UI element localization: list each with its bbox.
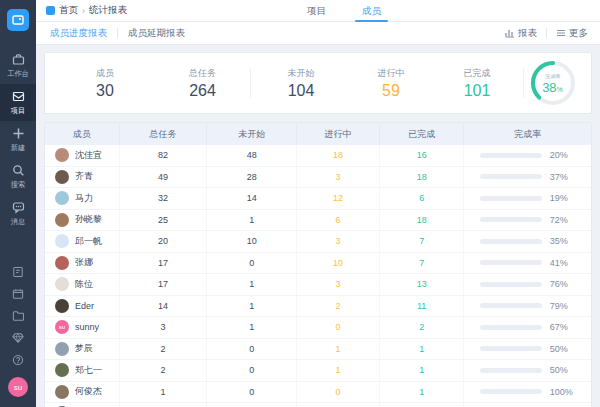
- sidebar-item-message[interactable]: 消息: [0, 195, 36, 232]
- tab-member-delay-report[interactable]: 成员延期报表: [128, 27, 185, 40]
- table-row[interactable]: 马力321412619%: [45, 188, 591, 210]
- in-progress-cell: 18: [296, 145, 379, 166]
- member-name: 郑七一: [75, 364, 102, 377]
- home-icon[interactable]: [46, 6, 55, 15]
- member-avatar: [55, 299, 69, 313]
- rate-cell: 50%: [463, 339, 591, 360]
- user-avatar[interactable]: su: [8, 377, 28, 397]
- sidebar-gem-button[interactable]: [0, 327, 36, 349]
- sidebar-item-plus[interactable]: 新建: [0, 121, 36, 158]
- stat-in-progress: 进行中 59: [351, 67, 431, 100]
- member-name: 邱一帆: [75, 235, 102, 248]
- not-started-cell: 1: [206, 210, 296, 231]
- not-started-cell: 0: [206, 339, 296, 360]
- done-cell: 16: [379, 145, 464, 166]
- rate-label: 41%: [550, 258, 576, 268]
- member-avatar: [55, 342, 69, 356]
- app-logo-icon[interactable]: [7, 9, 29, 31]
- sidebar-item-search[interactable]: 搜索: [0, 158, 36, 195]
- progress-bar: [480, 239, 542, 244]
- total-tasks-cell: 1: [119, 382, 207, 403]
- message-icon: [12, 201, 25, 214]
- total-tasks-cell: 17: [119, 274, 207, 295]
- done-cell: 1: [379, 382, 464, 403]
- table-row[interactable]: 孙晓黎25161872%: [45, 210, 591, 232]
- sidebar-item-projects[interactable]: 项目: [0, 84, 36, 121]
- not-started-cell: 10: [206, 231, 296, 252]
- tab-project[interactable]: 项目: [304, 0, 329, 22]
- not-started-cell: 1: [206, 274, 296, 295]
- progress-bar: [480, 346, 542, 351]
- member-avatar: [55, 191, 69, 205]
- stat-members: 成员 30: [55, 67, 155, 100]
- top-bar: 首页 › 统计报表 项目 成员: [36, 0, 600, 22]
- tab-member-progress-report[interactable]: 成员进度报表: [50, 27, 107, 40]
- member-avatar: su: [55, 320, 69, 334]
- projects-icon: [12, 90, 25, 103]
- briefcase-icon: [12, 53, 25, 66]
- breadcrumb-home[interactable]: 首页: [59, 4, 78, 17]
- stat-not-started: 未开始 104: [251, 67, 351, 100]
- in-progress-cell: 3: [296, 167, 379, 188]
- rate-label: 50%: [550, 365, 576, 375]
- table-row[interactable]: 张娜17010741%: [45, 253, 591, 275]
- table-header: 成员总任务未开始进行中已完成完成率: [45, 123, 591, 145]
- rate-label: 79%: [550, 301, 576, 311]
- progress-bar: [480, 260, 542, 265]
- total-tasks-cell: 32: [119, 188, 207, 209]
- sidebar-item-briefcase[interactable]: 工作台: [0, 47, 36, 84]
- in-progress-cell: 6: [296, 210, 379, 231]
- not-started-cell: 1: [206, 317, 296, 338]
- rate-label: 76%: [550, 279, 576, 289]
- ring-value: 38%: [542, 81, 563, 94]
- more-button[interactable]: 更多: [556, 27, 588, 40]
- stat-done: 已完成 101: [431, 67, 523, 100]
- rate-cell: 41%: [463, 253, 591, 274]
- breadcrumb-current: 统计报表: [89, 4, 127, 17]
- total-tasks-cell: 17: [119, 253, 207, 274]
- column-header: 已完成: [379, 123, 464, 145]
- sidebar-report-button[interactable]: [0, 261, 36, 283]
- search-icon: [12, 164, 25, 177]
- column-header: 总任务: [119, 123, 207, 145]
- table-row[interactable]: 沈佳宜8248181620%: [45, 145, 591, 167]
- member-name: 陈位: [75, 278, 93, 291]
- table-row[interactable]: Eder14121179%: [45, 296, 591, 318]
- not-started-cell: 28: [206, 167, 296, 188]
- member-avatar: [55, 256, 69, 270]
- table-row[interactable]: 何俊杰1001100%: [45, 382, 591, 404]
- member-avatar: [55, 385, 69, 399]
- sidebar-folder-button[interactable]: [0, 305, 36, 327]
- report-button[interactable]: 报表: [505, 27, 537, 40]
- sidebar-help-button[interactable]: [0, 349, 36, 371]
- done-cell: 18: [379, 210, 464, 231]
- total-tasks-cell: 2: [119, 339, 207, 360]
- content-area: 成员 30 总任务 264 未开始 104 进行中 59 已完成 101: [36, 45, 600, 407]
- progress-bar: [480, 389, 542, 394]
- table-row[interactable]: 梦辰201150%: [45, 339, 591, 361]
- summary-card: 成员 30 总任务 264 未开始 104 进行中 59 已完成 101: [44, 52, 592, 114]
- progress-bar: [480, 282, 542, 287]
- in-progress-cell: 0: [296, 317, 379, 338]
- tab-member[interactable]: 成员: [359, 0, 384, 22]
- table-row[interactable]: susunny310267%: [45, 317, 591, 339]
- folder-icon: [12, 310, 24, 322]
- table-row[interactable]: [45, 403, 591, 407]
- done-cell: 7: [379, 253, 464, 274]
- toolbar-actions: 报表 更多: [505, 27, 600, 40]
- table-row[interactable]: 邱一帆20103735%: [45, 231, 591, 253]
- member-name: 齐青: [75, 170, 93, 183]
- table-row[interactable]: 陈位17131376%: [45, 274, 591, 296]
- not-started-cell: 0: [206, 382, 296, 403]
- member-avatar: [55, 234, 69, 248]
- sidebar-calendar-button[interactable]: [0, 283, 36, 305]
- table-row[interactable]: 郑七一201150%: [45, 360, 591, 382]
- table-row[interactable]: 齐青492831837%: [45, 167, 591, 189]
- rate-label: 20%: [550, 150, 576, 160]
- rate-cell: 50%: [463, 360, 591, 381]
- ring-label: 完成率: [545, 73, 560, 81]
- member-name: 梦辰: [75, 342, 93, 355]
- member-avatar: [55, 170, 69, 184]
- rate-cell: 100%: [463, 382, 591, 403]
- completion-ring-wrap: 完成率 38%: [524, 58, 581, 108]
